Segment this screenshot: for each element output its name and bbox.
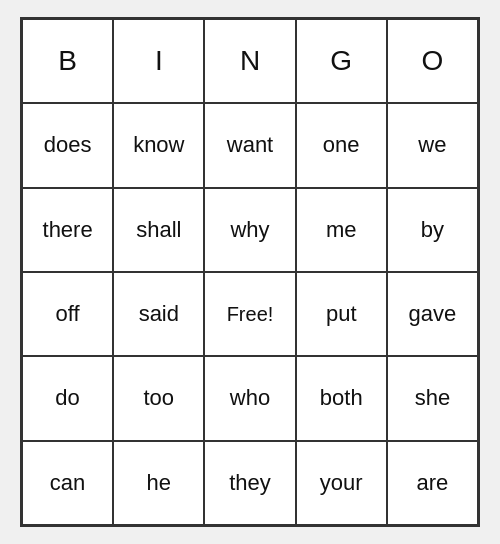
cell-5-5: are: [387, 441, 478, 525]
cell-3-3-free: Free!: [204, 272, 295, 356]
cell-5-1: can: [22, 441, 113, 525]
cell-3-4: put: [296, 272, 387, 356]
cell-5-4: your: [296, 441, 387, 525]
row-3: off said Free! put gave: [22, 272, 478, 356]
header-o: O: [387, 19, 478, 103]
cell-4-4: both: [296, 356, 387, 440]
row-4: do too who both she: [22, 356, 478, 440]
bingo-card: B I N G O does know want one we there sh…: [20, 17, 480, 527]
cell-2-2: shall: [113, 188, 204, 272]
header-row: B I N G O: [22, 19, 478, 103]
cell-2-1: there: [22, 188, 113, 272]
cell-1-4: one: [296, 103, 387, 187]
row-1: does know want one we: [22, 103, 478, 187]
cell-1-3: want: [204, 103, 295, 187]
header-b: B: [22, 19, 113, 103]
cell-3-2: said: [113, 272, 204, 356]
header-g: G: [296, 19, 387, 103]
cell-1-2: know: [113, 103, 204, 187]
cell-4-3: who: [204, 356, 295, 440]
cell-1-5: we: [387, 103, 478, 187]
cell-2-3: why: [204, 188, 295, 272]
cell-5-3: they: [204, 441, 295, 525]
cell-4-2: too: [113, 356, 204, 440]
cell-3-5: gave: [387, 272, 478, 356]
cell-2-5: by: [387, 188, 478, 272]
cell-5-2: he: [113, 441, 204, 525]
cell-4-1: do: [22, 356, 113, 440]
cell-2-4: me: [296, 188, 387, 272]
cell-3-1: off: [22, 272, 113, 356]
row-2: there shall why me by: [22, 188, 478, 272]
header-i: I: [113, 19, 204, 103]
cell-4-5: she: [387, 356, 478, 440]
row-5: can he they your are: [22, 441, 478, 525]
cell-1-1: does: [22, 103, 113, 187]
header-n: N: [204, 19, 295, 103]
